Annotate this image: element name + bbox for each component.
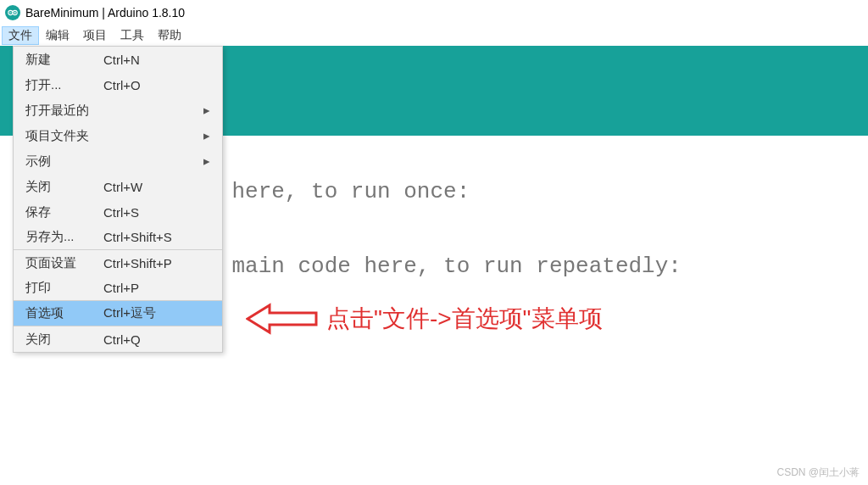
menu-file[interactable]: 文件 [2,26,39,45]
menu-item-quit[interactable]: 关闭Ctrl+Q [14,326,222,352]
arrow-left-icon [246,302,318,336]
menu-tools[interactable]: 工具 [114,26,151,45]
annotation-text: 点击"文件->首选项"菜单项 [326,303,603,335]
menu-item-page-setup[interactable]: 页面设置Ctrl+Shift+P [14,250,222,276]
window-title: BareMinimum | Arduino 1.8.10 [25,6,185,20]
menubar: 文件 编辑 项目 工具 帮助 [0,25,868,46]
menu-item-save[interactable]: 保存Ctrl+S [14,199,222,225]
menu-item-save-as[interactable]: 另存为...Ctrl+Shift+S [14,225,222,250]
menu-item-close[interactable]: 关闭Ctrl+W [14,174,222,199]
menu-item-open-recent[interactable]: 打开最近的▸ [14,98,222,123]
menu-sketch[interactable]: 项目 [76,26,114,45]
menu-item-examples[interactable]: 示例▸ [14,148,222,174]
menu-item-preferences[interactable]: 首选项Ctrl+逗号 [14,301,222,326]
chevron-right-icon: ▸ [203,103,210,118]
menu-edit[interactable]: 编辑 [39,26,76,45]
menu-item-open[interactable]: 打开...Ctrl+O [14,72,222,98]
watermark: CSDN @闰土小蒋 [776,465,860,480]
chevron-right-icon: ▸ [203,128,210,143]
menu-item-print[interactable]: 打印Ctrl+P [14,276,222,301]
arduino-icon [5,5,20,20]
annotation-callout: 点击"文件->首选项"菜单项 [246,302,603,336]
menu-help[interactable]: 帮助 [151,26,188,45]
file-dropdown-menu: 新建Ctrl+N 打开...Ctrl+O 打开最近的▸ 项目文件夹▸ 示例▸ 关… [13,46,223,353]
menu-item-sketchbook[interactable]: 项目文件夹▸ [14,123,222,148]
chevron-right-icon: ▸ [203,153,210,169]
titlebar: BareMinimum | Arduino 1.8.10 [0,0,868,25]
menu-item-new[interactable]: 新建Ctrl+N [14,47,222,72]
